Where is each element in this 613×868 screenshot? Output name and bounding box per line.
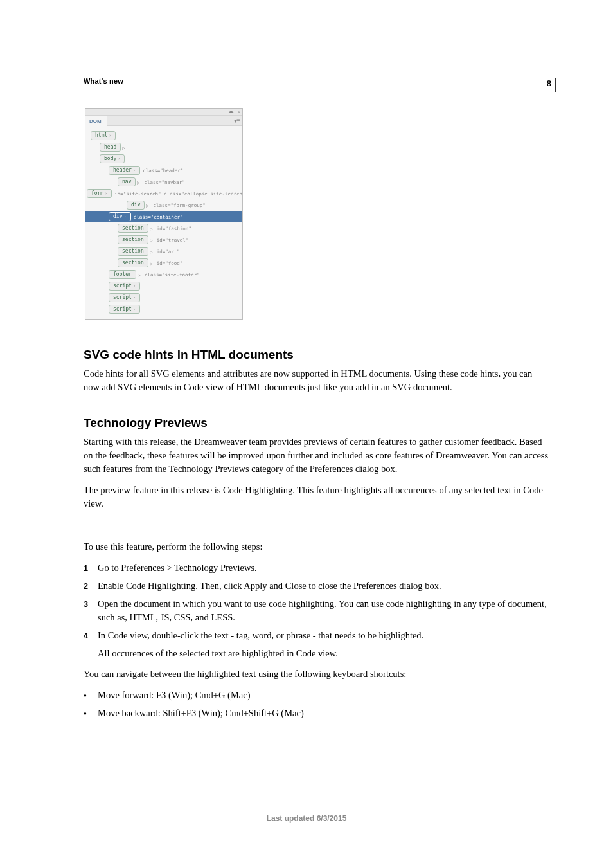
step-number: 3: [84, 597, 98, 626]
step-text: In Code view, double-click the text - ta…: [98, 629, 549, 643]
dom-attr: id="travel": [157, 237, 189, 243]
dom-panel-titlebar: ◂▸ ×: [85, 109, 242, 116]
dom-attr: class="navbar": [144, 179, 184, 185]
dom-tag[interactable]: script›: [109, 293, 140, 302]
dom-tag[interactable]: script›: [109, 305, 140, 314]
dom-tag[interactable]: section: [118, 258, 148, 267]
list-text: Move forward: F3 (Win); Cmd+G (Mac): [98, 689, 549, 703]
step-subtext: All occurences of the selected text are …: [98, 647, 549, 661]
bullet-list: • Move forward: F3 (Win); Cmd+G (Mac) • …: [84, 689, 549, 721]
dom-tag[interactable]: section: [118, 235, 148, 244]
dom-tree-row[interactable]: section▷id="fashion": [85, 222, 242, 234]
nav-intro: You can navigate between the highlighted…: [84, 667, 549, 681]
step-text: Enable Code Highlighting. Then, click Ap…: [98, 579, 549, 593]
bullet-icon: •: [84, 707, 98, 721]
dom-tree-row[interactable]: section▷id="food": [85, 257, 242, 269]
dom-tree: html›head▷body›header›class="header"nav▷…: [85, 126, 242, 319]
step-row: 3 Open the document in which you want to…: [84, 597, 549, 626]
dom-attr: class="form-group": [153, 203, 205, 208]
ordered-steps: 1 Go to Preferences > Technology Preview…: [84, 561, 549, 661]
step-number: 2: [84, 579, 98, 593]
heading-tech: Technology Previews: [84, 416, 549, 430]
dom-tree-row[interactable]: head▷: [85, 141, 242, 153]
step-number: 4: [84, 629, 98, 643]
dom-tree-row[interactable]: body›: [85, 153, 242, 165]
dom-tag[interactable]: body›: [100, 154, 125, 163]
step-row: 4 In Code view, double-click the text - …: [84, 629, 549, 643]
dom-attr: id="fashion": [157, 226, 191, 231]
dom-tag[interactable]: script›: [109, 282, 140, 291]
list-item: • Move forward: F3 (Win); Cmd+G (Mac): [84, 689, 549, 703]
dom-tag[interactable]: header›: [109, 166, 140, 175]
heading-svg: SVG code hints in HTML documents: [84, 348, 549, 362]
dom-tag[interactable]: section: [118, 247, 148, 256]
expand-triangle-icon[interactable]: ▷: [150, 226, 153, 231]
list-text: Move backward: Shift+F3 (Win); Cmd+Shift…: [98, 707, 549, 721]
dom-tag[interactable]: nav: [118, 177, 136, 186]
paragraph: The preview feature in this release is C…: [84, 484, 549, 511]
step-text: Open the document in which you want to u…: [98, 597, 549, 626]
dom-tree-row[interactable]: html›: [85, 130, 242, 141]
panel-menu-icon[interactable]: ▾≡: [234, 117, 240, 124]
page-number-value: 8: [547, 78, 551, 88]
step-number: 1: [84, 561, 98, 575]
bullet-icon: •: [84, 689, 98, 703]
dom-tree-row[interactable]: header›class="header": [85, 165, 242, 176]
step-text: Go to Preferences > Technology Previews.: [98, 561, 549, 575]
dom-attr: id="art": [157, 249, 180, 255]
dom-tree-row[interactable]: div▷class="form-group": [85, 199, 242, 211]
dom-tag[interactable]: form›: [87, 189, 112, 198]
page: 8 What's new ◂▸ × DOM ▾≡ html›head▷body›…: [0, 0, 613, 868]
expand-triangle-icon[interactable]: ▷: [150, 249, 153, 254]
paragraph: Code hints for all SVG elements and attr…: [84, 367, 549, 394]
dom-tree-row[interactable]: section▷id="art": [85, 246, 242, 257]
expand-triangle-icon[interactable]: ▷: [150, 238, 153, 242]
dom-tree-row[interactable]: nav▷class="navbar": [85, 176, 242, 188]
paragraph: Starting with this release, the Dreamwea…: [84, 435, 549, 476]
dom-tag[interactable]: div›: [109, 212, 131, 221]
expand-triangle-icon[interactable]: ▷: [150, 261, 153, 266]
footer-last-updated: Last updated 6/3/2015: [0, 814, 613, 823]
page-number: 8: [547, 78, 556, 92]
dom-tag[interactable]: footer: [109, 270, 136, 279]
dom-attr: class="container": [134, 214, 183, 220]
dom-tree-row[interactable]: div›class="container": [85, 211, 242, 222]
dom-panel: ◂▸ × DOM ▾≡ html›head▷body›header›class=…: [85, 108, 243, 320]
dom-tree-row[interactable]: script›: [85, 292, 242, 303]
dom-panel-tabbar: DOM ▾≡: [85, 116, 242, 126]
dom-tag[interactable]: div: [127, 201, 145, 210]
breadcrumb: What's new: [84, 77, 549, 85]
dom-attr: id="site-search" class="collapse site-se…: [114, 191, 242, 197]
dom-tag[interactable]: section: [118, 224, 148, 233]
expand-triangle-icon[interactable]: ▷: [138, 273, 141, 277]
step-row: 1 Go to Preferences > Technology Preview…: [84, 561, 549, 575]
steps-intro: To use this feature, perform the followi…: [84, 540, 549, 554]
dom-attr: id="food": [157, 260, 183, 266]
dom-tree-row[interactable]: script›: [85, 303, 242, 315]
list-item: • Move backward: Shift+F3 (Win); Cmd+Shi…: [84, 707, 549, 721]
dom-tree-row[interactable]: footer▷class="site-footer": [85, 269, 242, 280]
expand-icon[interactable]: ◂▸: [229, 109, 234, 114]
dom-tab[interactable]: DOM: [85, 116, 107, 126]
dom-tree-row[interactable]: form›id="site-search" class="collapse si…: [85, 188, 242, 199]
dom-tag[interactable]: html›: [91, 131, 116, 140]
dom-attr: class="header": [143, 168, 183, 174]
dom-tree-row[interactable]: script›: [85, 280, 242, 292]
dom-attr: class="site-footer": [145, 272, 200, 278]
expand-triangle-icon[interactable]: ▷: [122, 145, 125, 150]
dom-tag[interactable]: head: [100, 143, 121, 152]
expand-triangle-icon[interactable]: ▷: [137, 180, 140, 185]
dom-tree-row[interactable]: section▷id="travel": [85, 234, 242, 246]
expand-triangle-icon[interactable]: ▷: [146, 203, 149, 208]
close-icon[interactable]: ×: [238, 110, 240, 114]
step-row: 2 Enable Code Highlighting. Then, click …: [84, 579, 549, 593]
